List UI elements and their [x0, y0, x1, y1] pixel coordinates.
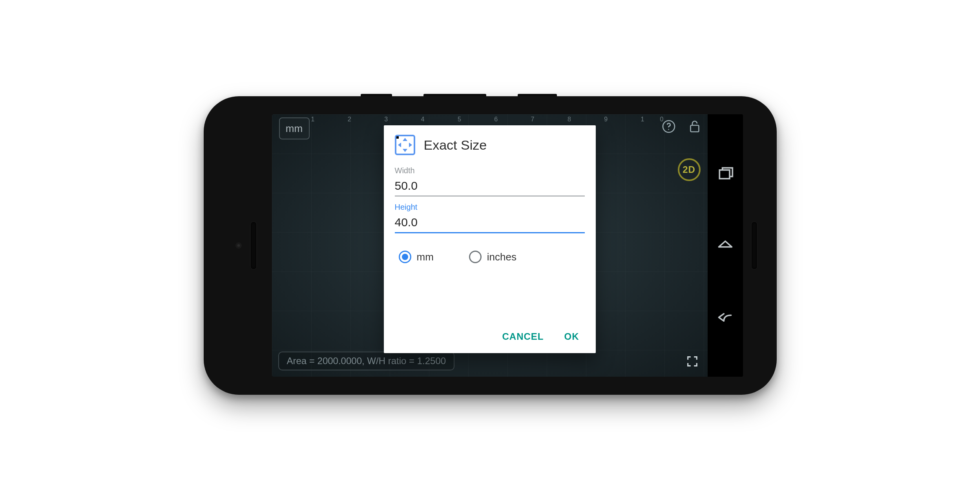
device-screen: mm 1 2 3 4 5 6 7 8 9 10 2D Area = 2000.0…: [272, 114, 743, 377]
svg-rect-2: [690, 125, 699, 132]
width-label: Width: [395, 166, 585, 175]
dialog-title: Exact Size: [424, 137, 487, 153]
phone-frame: mm 1 2 3 4 5 6 7 8 9 10 2D Area = 2000.0…: [204, 96, 777, 395]
unit-radio-mm[interactable]: mm: [399, 251, 434, 263]
android-nav-bar: [708, 114, 743, 377]
svg-point-1: [668, 129, 669, 130]
ok-button[interactable]: OK: [562, 328, 582, 345]
unit-radio-inches-label: inches: [487, 251, 516, 263]
recent-apps-icon[interactable]: [715, 166, 735, 181]
radio-checked-icon: [399, 251, 411, 263]
radio-unchecked-icon: [469, 251, 482, 263]
svg-rect-3: [719, 170, 730, 179]
home-icon[interactable]: [715, 238, 735, 253]
back-icon[interactable]: [715, 310, 735, 325]
height-input[interactable]: [395, 214, 585, 233]
resize-icon: [395, 135, 415, 155]
help-icon[interactable]: [661, 118, 677, 135]
speaker-grille: [251, 222, 256, 269]
fullscreen-icon[interactable]: [686, 355, 701, 370]
mode-2d-badge[interactable]: 2D: [678, 158, 701, 181]
cancel-button[interactable]: CANCEL: [500, 328, 546, 345]
exact-size-dialog: Exact Size Width Height mm: [384, 125, 596, 353]
unit-radio-inches[interactable]: inches: [469, 251, 516, 263]
app-canvas[interactable]: mm 1 2 3 4 5 6 7 8 9 10 2D Area = 2000.0…: [272, 114, 708, 377]
width-input[interactable]: [395, 178, 585, 196]
height-label: Height: [395, 203, 585, 212]
lock-open-icon[interactable]: [686, 118, 703, 135]
ruler-scale: 1 2 3 4 5 6 7 8 9 10: [311, 116, 668, 125]
status-readout: Area = 2000.0000, W/H ratio = 1.2500: [278, 352, 455, 370]
unit-radio-mm-label: mm: [417, 251, 434, 263]
speaker-grille: [752, 222, 757, 269]
unit-toggle-chip[interactable]: mm: [279, 117, 310, 139]
